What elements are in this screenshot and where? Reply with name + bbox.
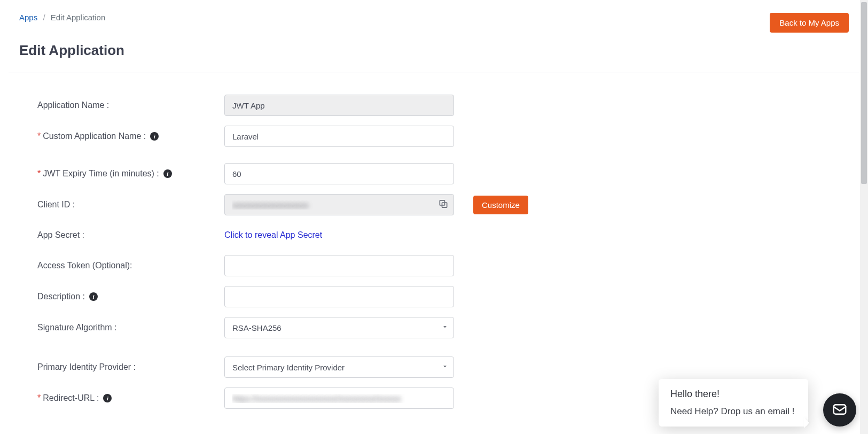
scrollbar-thumb[interactable]	[861, 2, 867, 184]
mail-icon	[832, 401, 848, 419]
reveal-app-secret-link[interactable]: Click to reveal App Secret	[224, 230, 322, 239]
label-description: Description : i	[37, 292, 224, 301]
info-icon[interactable]: i	[163, 169, 172, 178]
breadcrumb-separator: /	[43, 13, 45, 22]
description-input[interactable]	[224, 286, 454, 307]
label-jwt-expiry: * JWT Expiry Time (in minutes) : i	[37, 169, 224, 179]
label-redirect-url: * Redirect-URL : i	[37, 393, 224, 403]
chat-help-text: Need Help? Drop us an email !	[670, 406, 796, 417]
row-description: Description : i	[37, 286, 849, 307]
page-title: Edit Application	[19, 42, 849, 59]
custom-app-name-input[interactable]	[224, 126, 454, 147]
row-application-name: Application Name :	[37, 95, 849, 116]
info-icon[interactable]: i	[150, 132, 159, 141]
row-client-id: Client ID : Customize	[37, 194, 849, 215]
primary-idp-select[interactable]: Select Primary Identity Provider	[224, 356, 454, 378]
customize-button[interactable]: Customize	[473, 196, 528, 214]
label-application-name: Application Name :	[37, 100, 224, 110]
required-marker: *	[37, 393, 41, 403]
scrollbar[interactable]	[860, 0, 868, 418]
application-name-input	[224, 95, 454, 116]
redirect-url-input[interactable]	[224, 387, 454, 409]
breadcrumb: Apps / Edit Application	[19, 13, 105, 22]
label-primary-idp: Primary Identity Provider :	[37, 362, 224, 372]
breadcrumb-current: Edit Application	[51, 13, 106, 22]
signature-algorithm-select[interactable]: RSA-SHA256	[224, 317, 454, 338]
copy-icon[interactable]	[438, 199, 449, 211]
row-access-token: Access Token (Optional):	[37, 255, 849, 276]
chat-popover: Hello there! Need Help? Drop us an email…	[659, 379, 808, 418]
label-client-id: Client ID :	[37, 200, 224, 210]
label-access-token: Access Token (Optional):	[37, 261, 224, 270]
access-token-input[interactable]	[224, 255, 454, 276]
chat-greeting: Hello there!	[670, 389, 796, 400]
jwt-expiry-input[interactable]	[224, 163, 454, 184]
label-custom-app-name: * Custom Application Name : i	[37, 131, 224, 141]
row-jwt-expiry: * JWT Expiry Time (in minutes) : i	[37, 163, 849, 184]
info-icon[interactable]: i	[103, 394, 112, 402]
required-marker: *	[37, 131, 41, 141]
breadcrumb-link-apps[interactable]: Apps	[19, 13, 37, 22]
row-primary-idp: Primary Identity Provider : Select Prima…	[37, 356, 849, 378]
label-app-secret: App Secret :	[37, 230, 224, 240]
back-to-apps-button[interactable]: Back to My Apps	[770, 13, 849, 33]
row-signature-algorithm: Signature Algorithm : RSA-SHA256	[37, 317, 849, 338]
client-id-input	[224, 194, 454, 215]
label-signature-algorithm: Signature Algorithm :	[37, 323, 224, 332]
row-custom-app-name: * Custom Application Name : i	[37, 126, 849, 147]
svg-rect-2	[834, 405, 846, 414]
divider	[9, 73, 859, 73]
info-icon[interactable]: i	[89, 292, 98, 301]
top-row: Apps / Edit Application Back to My Apps	[19, 13, 849, 33]
row-app-secret: App Secret : Click to reveal App Secret	[37, 230, 849, 240]
page-container: Apps / Edit Application Back to My Apps …	[0, 0, 868, 409]
form-area: Application Name : * Custom Application …	[19, 95, 849, 409]
required-marker: *	[37, 169, 41, 179]
